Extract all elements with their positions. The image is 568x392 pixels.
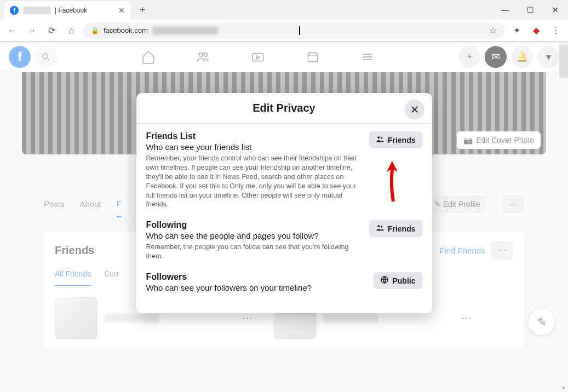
tab-title: | Facebook (55, 7, 87, 14)
audience-label: Friends (388, 136, 416, 145)
privacy-section: FollowersWho can see your followers on y… (146, 272, 422, 295)
section-subtitle: Who can see your followers on your timel… (146, 283, 363, 292)
svg-point-12 (377, 226, 380, 228)
friends-icon (376, 135, 385, 145)
tab-username-blur (23, 7, 50, 14)
svg-point-13 (381, 226, 382, 228)
section-title: Following (146, 220, 358, 230)
audience-label: Public (392, 276, 415, 285)
url-input[interactable]: 🔒 facebook.com ☆ (83, 22, 504, 39)
text-cursor (299, 26, 300, 35)
section-description: Remember, your friends control who can s… (146, 154, 358, 209)
browser-tab[interactable]: f | Facebook ✕ (4, 1, 130, 20)
audience-label: Friends (388, 224, 416, 233)
browser-titlebar: f | Facebook ✕ + — ☐ ✕ (0, 0, 568, 20)
close-tab-icon[interactable]: ✕ (118, 6, 125, 15)
edit-privacy-modal: Edit Privacy Friends ListWho can see you… (136, 93, 432, 313)
svg-point-11 (381, 137, 382, 139)
section-title: Friends List (146, 131, 358, 141)
minimize-button[interactable]: — (492, 0, 518, 20)
bookmark-star-icon[interactable]: ☆ (489, 25, 497, 36)
url-path-blur (152, 27, 218, 34)
home-button[interactable]: ⌂ (64, 23, 79, 38)
close-window-button[interactable]: ✕ (543, 0, 568, 20)
address-bar: ← → ⟳ ⌂ 🔒 facebook.com ☆ ✦ ◆ ⋮ (0, 20, 568, 42)
modal-title: Edit Privacy (145, 102, 423, 114)
window-controls: — ☐ ✕ (492, 0, 568, 20)
audience-button[interactable]: Friends (369, 220, 422, 237)
reload-button[interactable]: ⟳ (44, 23, 59, 38)
extension-badge[interactable]: ◆ (529, 23, 544, 38)
new-tab-button[interactable]: + (135, 2, 150, 18)
audience-button[interactable]: Public (374, 272, 422, 289)
section-subtitle: Who can see your friends list (146, 142, 358, 152)
modal-body: Friends ListWho can see your friends lis… (136, 124, 432, 313)
section-title: Followers (146, 272, 363, 282)
browser-menu-icon[interactable]: ⋮ (548, 23, 564, 38)
maximize-button[interactable]: ☐ (518, 0, 543, 20)
back-button[interactable]: ← (4, 23, 20, 38)
privacy-section: FollowingWho can see the people and page… (146, 220, 422, 261)
forward-button[interactable]: → (24, 23, 39, 38)
modal-close-button[interactable] (405, 100, 424, 119)
friends-icon (376, 223, 385, 234)
section-subtitle: Who can see the people and pages you fol… (146, 231, 358, 240)
globe-icon (380, 275, 389, 286)
privacy-section: Friends ListWho can see your friends lis… (146, 131, 422, 209)
audience-button[interactable]: Friends (369, 131, 422, 148)
section-description: Remember, the people you can follow can … (146, 243, 358, 261)
modal-header: Edit Privacy (136, 93, 432, 124)
facebook-favicon: f (10, 6, 19, 15)
lock-icon: 🔒 (91, 27, 99, 34)
close-icon (410, 105, 420, 114)
svg-point-10 (377, 136, 380, 139)
url-host: facebook.com (104, 26, 148, 34)
extensions-icon[interactable]: ✦ (509, 23, 524, 38)
